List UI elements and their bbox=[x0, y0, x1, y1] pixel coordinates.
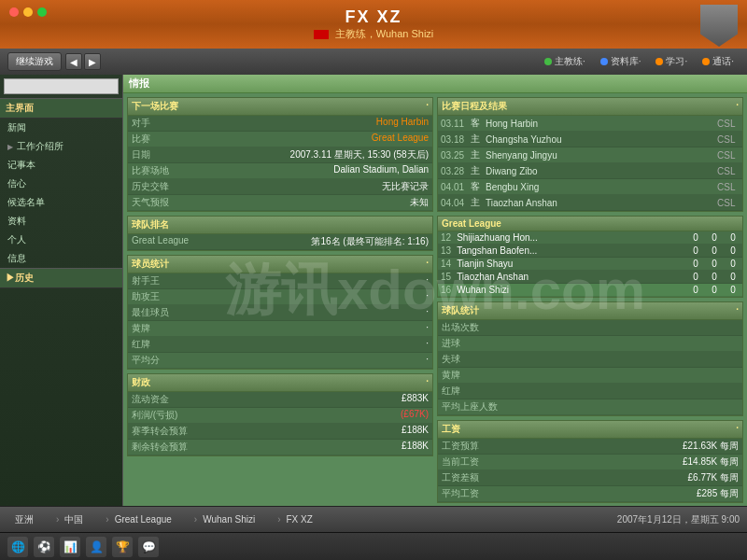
breadcrumb-team[interactable]: Wuhan Shizi bbox=[187, 512, 262, 526]
goals-row: 进球 bbox=[438, 336, 742, 352]
wages-title: 工资 · bbox=[438, 421, 742, 439]
window-controls[interactable] bbox=[9, 7, 47, 17]
league-row-15: 15 Tiaozhan Anshan 0 0 0 bbox=[438, 271, 742, 284]
current-wage-row: 当前工资 £14.85K 每周 bbox=[438, 455, 742, 470]
league-row-16: 16 Wuhan Shizi 0 0 0 bbox=[438, 284, 742, 297]
close-button[interactable] bbox=[9, 7, 19, 17]
finance-title: 财政 · bbox=[128, 374, 432, 392]
task-icon-6[interactable]: 💬 bbox=[138, 537, 159, 557]
sidebar-item-info[interactable]: 信息 bbox=[0, 249, 122, 268]
match-history-row: 历史交锋 无比赛记录 bbox=[128, 179, 432, 195]
fixtures-table: 03.11 客 Hong Harbin CSL 03.18 主 Changsha… bbox=[438, 116, 742, 211]
fixture-row-5: 04.01 客 Bengbu Xing CSL bbox=[438, 179, 742, 195]
cash-flow-row: 流动资金 £883K bbox=[128, 392, 432, 408]
task-icon-4[interactable]: 👤 bbox=[86, 537, 106, 557]
task-icon-1[interactable]: 🌐 bbox=[7, 537, 28, 557]
section-header: 情报 bbox=[123, 75, 747, 93]
wage-difference-row: 工资差额 £6.77K 每周 bbox=[438, 470, 742, 486]
sidebar-item-jobs[interactable]: ▶工作介绍所 bbox=[0, 137, 122, 156]
attendance-row: 平均上座人数 bbox=[438, 399, 742, 415]
continue-game-button[interactable]: 继续游戏 bbox=[7, 52, 62, 71]
match-venue-row: 比赛场地 Dalian Stadium, Dalian bbox=[128, 163, 432, 179]
league-position-section: 球队排名 Great League 第16名 (最终可能排名: 1:16) bbox=[127, 216, 433, 251]
match-competition-row: 比赛 Great League bbox=[128, 132, 432, 147]
app-title: FX XZ bbox=[345, 7, 402, 27]
league-row-13: 13 Tangshan Baofen... 0 0 0 bbox=[438, 245, 742, 258]
breadcrumb-china[interactable]: 中国 bbox=[49, 511, 91, 528]
sidebar-item-data[interactable]: 资料 bbox=[0, 212, 122, 231]
task-icon-3[interactable]: 📊 bbox=[60, 537, 80, 557]
breadcrumb-asia[interactable]: 亚洲 bbox=[7, 511, 41, 528]
sidebar-item-personal[interactable]: 个人 bbox=[0, 231, 122, 249]
transfer-budget-row: 赛季转会预算 £188K bbox=[128, 424, 432, 440]
sidebar: 主界面 新闻 ▶工作介绍所 记事本 信心 候选名单 资料 个人 信息 ▶历史 bbox=[0, 75, 123, 506]
right-column: 比赛日程及结果 · 03.11 客 Hong Harbin CSL 03.18 … bbox=[437, 97, 743, 506]
title-bar: FX XZ 主教练，Wuhan Shizi bbox=[0, 0, 747, 49]
player-stats-title: 球员统计 · bbox=[128, 256, 432, 273]
maximize-button[interactable] bbox=[37, 7, 47, 17]
top-scorer-row: 射手王 · bbox=[128, 273, 432, 289]
sidebar-search[interactable] bbox=[0, 75, 122, 98]
fixture-row-1: 03.11 客 Hong Harbin CSL bbox=[438, 116, 742, 132]
top-assist-row: 助攻王 · bbox=[128, 289, 432, 305]
taskbar: 🌐 ⚽ 📊 👤 🏆 💬 bbox=[0, 532, 747, 560]
clock: 2007年1月12日，星期五 9:00 bbox=[617, 513, 740, 526]
sidebar-item-notes[interactable]: 记事本 bbox=[0, 156, 122, 175]
sidebar-section-history: ▶历史 bbox=[0, 268, 122, 288]
fixture-row-6: 04.04 主 Tiaozhan Anshan CSL bbox=[438, 195, 742, 211]
sidebar-item-news[interactable]: 新闻 bbox=[0, 119, 122, 137]
task-icon-5[interactable]: 🏆 bbox=[112, 537, 133, 557]
breadcrumb-manager[interactable]: FX XZ bbox=[270, 512, 320, 526]
best-player-row: 最佳球员 · bbox=[128, 305, 432, 321]
toolbar: 继续游戏 ◀ ▶ 主教练· 资料库· 学习· 通话· bbox=[0, 49, 747, 75]
profit-row: 利润/(亏损) (£67K) bbox=[128, 408, 432, 424]
yellow-team-row: 黄牌 bbox=[438, 368, 742, 384]
sidebar-item-confidence[interactable]: 信心 bbox=[0, 175, 122, 193]
red-team-row: 红牌 bbox=[438, 384, 742, 399]
app-subtitle: 主教练，Wuhan Shizi bbox=[314, 27, 434, 41]
content-area: 游讯xdown.com 情报 下一场比赛 · 对手 Hong Harbin bbox=[123, 75, 747, 506]
league-position-title: 球队排名 bbox=[128, 217, 432, 234]
yellow-card-player-row: 黄牌 · bbox=[128, 321, 432, 337]
league-table-section: Great League 12 Shijiazhuang Hon... 0 0 … bbox=[437, 216, 743, 298]
minimize-button[interactable] bbox=[23, 7, 33, 17]
avg-wage-row: 平均工资 £285 每周 bbox=[438, 486, 742, 502]
next-match-title: 下一场比赛 · bbox=[128, 98, 432, 116]
appearances-row: 出场次数 bbox=[438, 320, 742, 336]
shield-icon bbox=[700, 5, 738, 47]
tab-learn[interactable]: 学习· bbox=[650, 53, 693, 70]
dot-icon bbox=[544, 58, 552, 65]
finance-section: 财政 · 流动资金 £883K 利润/(亏损) (£67K) 赛季转会预算 £1… bbox=[127, 373, 433, 456]
match-date-row: 日期 2007.3.11 星期天, 15:30 (58天后) bbox=[128, 147, 432, 163]
task-icon-2[interactable]: ⚽ bbox=[34, 537, 54, 557]
dot-icon bbox=[702, 58, 710, 65]
remaining-budget-row: 剩余转会预算 £188K bbox=[128, 440, 432, 455]
sidebar-section-main: 主界面 bbox=[0, 98, 122, 119]
fixture-row-3: 03.25 主 Shenyang Jingyu CSL bbox=[438, 147, 742, 163]
player-stats-section: 球员统计 · 射手王 · 助攻王 · 最佳球员 · bbox=[127, 255, 433, 370]
nav-forward-button[interactable]: ▶ bbox=[84, 53, 101, 70]
fixture-row-2: 03.18 主 Changsha Yuzhou CSL bbox=[438, 132, 742, 147]
fixture-row-4: 03.28 主 Diwang Zibo CSL bbox=[438, 163, 742, 179]
league-row-12: 12 Shijiazhuang Hon... 0 0 0 bbox=[438, 231, 742, 245]
main-layout: 主界面 新闻 ▶工作介绍所 记事本 信心 候选名单 资料 个人 信息 ▶历史 游… bbox=[0, 75, 747, 506]
dot-icon bbox=[600, 58, 608, 65]
nav-back-button[interactable]: ◀ bbox=[65, 53, 82, 70]
left-column: 下一场比赛 · 对手 Hong Harbin 比赛 Great League 日… bbox=[127, 97, 433, 506]
tab-talk[interactable]: 通话· bbox=[697, 53, 740, 70]
sidebar-item-candidates[interactable]: 候选名单 bbox=[0, 193, 122, 212]
breadcrumb-league[interactable]: Great League bbox=[98, 512, 179, 526]
tab-database[interactable]: 资料库· bbox=[595, 53, 647, 70]
avg-rating-row: 平均分 · bbox=[128, 353, 432, 369]
wages-section: 工资 · 工资预算 £21.63K 每周 当前工资 £14.85K 每周 工资差… bbox=[437, 420, 743, 503]
search-input[interactable] bbox=[4, 78, 119, 94]
match-weather-row: 天气预报 未知 bbox=[128, 195, 432, 211]
wage-budget-row: 工资预算 £21.63K 每周 bbox=[438, 439, 742, 455]
next-match-section: 下一场比赛 · 对手 Hong Harbin 比赛 Great League 日… bbox=[127, 97, 433, 212]
team-stats-title: 球队统计 · bbox=[438, 302, 742, 320]
two-column-layout: 下一场比赛 · 对手 Hong Harbin 比赛 Great League 日… bbox=[123, 93, 747, 506]
league-row-14: 14 Tianjin Shayu 0 0 0 bbox=[438, 258, 742, 271]
tab-main[interactable]: 主教练· bbox=[539, 53, 591, 70]
red-card-player-row: 红牌 · bbox=[128, 337, 432, 353]
fixtures-title: 比赛日程及结果 · bbox=[438, 98, 742, 116]
